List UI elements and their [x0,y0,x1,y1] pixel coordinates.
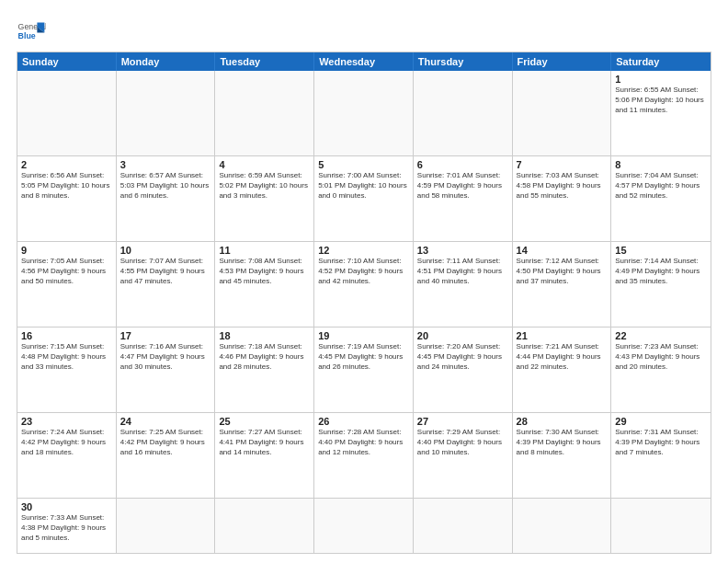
calendar-cell: 7Sunrise: 7:03 AM Sunset: 4:58 PM Daylig… [513,156,612,241]
calendar-cell [611,499,711,553]
day-number: 25 [219,416,310,427]
day-info: Sunrise: 7:23 AM Sunset: 4:43 PM Dayligh… [615,342,707,372]
day-number: 11 [219,245,310,256]
calendar-cell [414,499,513,553]
calendar-cell [314,499,414,553]
day-number: 8 [615,159,707,170]
day-info: Sunrise: 7:00 AM Sunset: 5:01 PM Dayligh… [318,171,409,201]
calendar-cell: 9Sunrise: 7:05 AM Sunset: 4:56 PM Daylig… [17,242,117,327]
day-number: 7 [517,159,608,170]
calendar-week-row: 2Sunrise: 6:56 AM Sunset: 5:05 PM Daylig… [17,155,711,241]
calendar-cell: 19Sunrise: 7:19 AM Sunset: 4:45 PM Dayli… [314,327,414,412]
day-info: Sunrise: 7:05 AM Sunset: 4:56 PM Dayligh… [21,257,112,286]
day-of-week-header: Friday [513,52,612,71]
day-number: 4 [219,159,310,170]
calendar-cell: 25Sunrise: 7:27 AM Sunset: 4:41 PM Dayli… [215,413,314,498]
day-info: Sunrise: 7:11 AM Sunset: 4:51 PM Dayligh… [417,257,508,286]
day-info: Sunrise: 7:15 AM Sunset: 4:48 PM Dayligh… [21,342,112,372]
day-info: Sunrise: 7:33 AM Sunset: 4:38 PM Dayligh… [21,513,112,543]
day-info: Sunrise: 6:55 AM Sunset: 5:06 PM Dayligh… [615,86,707,115]
calendar-week-row: 9Sunrise: 7:05 AM Sunset: 4:56 PM Daylig… [17,241,711,327]
day-info: Sunrise: 7:01 AM Sunset: 4:59 PM Dayligh… [417,171,508,201]
day-info: Sunrise: 7:24 AM Sunset: 4:42 PM Dayligh… [21,428,112,457]
calendar-cell: 15Sunrise: 7:14 AM Sunset: 4:49 PM Dayli… [611,242,711,327]
calendar-cell: 3Sunrise: 6:57 AM Sunset: 5:03 PM Daylig… [117,156,216,241]
day-number: 1 [615,74,707,85]
day-number: 14 [517,245,608,256]
day-number: 21 [517,330,608,341]
day-number: 6 [417,159,508,170]
day-info: Sunrise: 7:14 AM Sunset: 4:49 PM Dayligh… [615,257,707,286]
day-of-week-header: Sunday [17,52,117,71]
day-info: Sunrise: 7:16 AM Sunset: 4:47 PM Dayligh… [120,342,211,372]
calendar-cell: 27Sunrise: 7:29 AM Sunset: 4:40 PM Dayli… [414,413,513,498]
calendar-cell: 12Sunrise: 7:10 AM Sunset: 4:52 PM Dayli… [314,242,414,327]
day-info: Sunrise: 7:21 AM Sunset: 4:44 PM Dayligh… [517,342,608,372]
calendar-cell [117,71,216,155]
calendar-header: SundayMondayTuesdayWednesdayThursdayFrid… [17,52,711,71]
day-info: Sunrise: 7:30 AM Sunset: 4:39 PM Dayligh… [517,428,608,457]
calendar-cell: 18Sunrise: 7:18 AM Sunset: 4:46 PM Dayli… [215,327,314,412]
calendar-cell: 14Sunrise: 7:12 AM Sunset: 4:50 PM Dayli… [513,242,612,327]
calendar-cell [117,499,216,553]
day-info: Sunrise: 7:25 AM Sunset: 4:42 PM Dayligh… [120,428,211,457]
calendar-week-row: 1Sunrise: 6:55 AM Sunset: 5:06 PM Daylig… [17,71,711,155]
calendar-cell: 28Sunrise: 7:30 AM Sunset: 4:39 PM Dayli… [513,413,612,498]
day-of-week-header: Thursday [414,52,513,71]
day-number: 19 [318,330,409,341]
page: General Blue SundayMondayTuesdayWednesda… [0,0,728,563]
svg-text:Blue: Blue [18,31,36,40]
day-number: 5 [318,159,409,170]
calendar-cell: 22Sunrise: 7:23 AM Sunset: 4:43 PM Dayli… [611,327,711,412]
day-info: Sunrise: 7:18 AM Sunset: 4:46 PM Dayligh… [219,342,310,372]
day-of-week-header: Tuesday [215,52,314,71]
calendar-cell: 30Sunrise: 7:33 AM Sunset: 4:38 PM Dayli… [17,499,117,553]
day-of-week-header: Monday [117,52,216,71]
day-info: Sunrise: 7:19 AM Sunset: 4:45 PM Dayligh… [318,342,409,372]
day-number: 9 [21,245,112,256]
calendar-cell: 2Sunrise: 6:56 AM Sunset: 5:05 PM Daylig… [17,156,117,241]
day-number: 22 [615,330,707,341]
day-number: 20 [417,330,508,341]
calendar-cell: 10Sunrise: 7:07 AM Sunset: 4:55 PM Dayli… [117,242,216,327]
day-info: Sunrise: 7:04 AM Sunset: 4:57 PM Dayligh… [615,171,707,201]
day-info: Sunrise: 7:20 AM Sunset: 4:45 PM Dayligh… [417,342,508,372]
header: General Blue [17,17,711,46]
calendar-cell: 6Sunrise: 7:01 AM Sunset: 4:59 PM Daylig… [414,156,513,241]
day-number: 10 [120,245,211,256]
day-number: 26 [318,416,409,427]
day-number: 16 [21,330,112,341]
day-of-week-header: Wednesday [314,52,414,71]
day-number: 29 [615,416,707,427]
calendar-cell [314,71,414,155]
calendar-cell [414,71,513,155]
day-number: 2 [21,159,112,170]
day-info: Sunrise: 7:29 AM Sunset: 4:40 PM Dayligh… [417,428,508,457]
calendar-cell: 17Sunrise: 7:16 AM Sunset: 4:47 PM Dayli… [117,327,216,412]
day-number: 27 [417,416,508,427]
calendar-cell: 4Sunrise: 6:59 AM Sunset: 5:02 PM Daylig… [215,156,314,241]
day-of-week-header: Saturday [611,52,711,71]
calendar-cell: 21Sunrise: 7:21 AM Sunset: 4:44 PM Dayli… [513,327,612,412]
calendar-week-row: 30Sunrise: 7:33 AM Sunset: 4:38 PM Dayli… [17,498,711,553]
calendar-cell: 5Sunrise: 7:00 AM Sunset: 5:01 PM Daylig… [314,156,414,241]
calendar-week-row: 23Sunrise: 7:24 AM Sunset: 4:42 PM Dayli… [17,412,711,498]
logo-icon: General Blue [17,17,46,46]
calendar-cell: 8Sunrise: 7:04 AM Sunset: 4:57 PM Daylig… [611,156,711,241]
calendar-cell [215,499,314,553]
day-info: Sunrise: 7:07 AM Sunset: 4:55 PM Dayligh… [120,257,211,286]
day-info: Sunrise: 7:27 AM Sunset: 4:41 PM Dayligh… [219,428,310,457]
day-info: Sunrise: 7:12 AM Sunset: 4:50 PM Dayligh… [517,257,608,286]
calendar-cell: 26Sunrise: 7:28 AM Sunset: 4:40 PM Dayli… [314,413,414,498]
day-number: 15 [615,245,707,256]
calendar-cell: 24Sunrise: 7:25 AM Sunset: 4:42 PM Dayli… [117,413,216,498]
day-info: Sunrise: 7:03 AM Sunset: 4:58 PM Dayligh… [517,171,608,201]
day-info: Sunrise: 6:56 AM Sunset: 5:05 PM Dayligh… [21,171,112,201]
calendar-cell: 29Sunrise: 7:31 AM Sunset: 4:39 PM Dayli… [611,413,711,498]
calendar-cell: 1Sunrise: 6:55 AM Sunset: 5:06 PM Daylig… [611,71,711,155]
calendar-week-row: 16Sunrise: 7:15 AM Sunset: 4:48 PM Dayli… [17,327,711,412]
day-number: 28 [517,416,608,427]
calendar-cell: 16Sunrise: 7:15 AM Sunset: 4:48 PM Dayli… [17,327,117,412]
day-number: 24 [120,416,211,427]
calendar-cell: 11Sunrise: 7:08 AM Sunset: 4:53 PM Dayli… [215,242,314,327]
